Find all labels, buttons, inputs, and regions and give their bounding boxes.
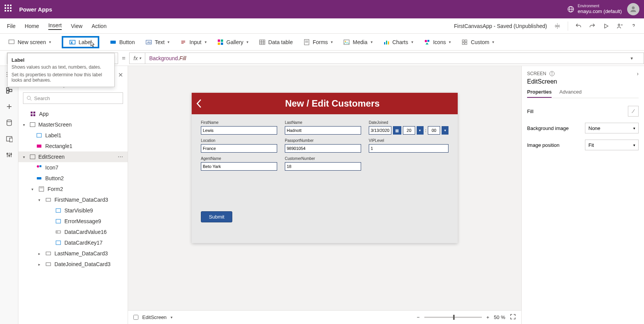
tree-node-datejoined-dc[interactable]: ▸DateJoined_DataCard3 (18, 259, 128, 270)
insert-pane-icon[interactable] (5, 103, 13, 110)
redo-button[interactable] (589, 23, 596, 30)
tree-node-datacardvalue[interactable]: DataCardValue16 (18, 227, 128, 237)
hour-dropdown[interactable]: 20 (403, 126, 415, 135)
tab-properties[interactable]: Properties (527, 89, 552, 98)
back-arrow-icon[interactable] (192, 98, 207, 109)
label-icon (55, 240, 61, 246)
data-icon[interactable] (5, 119, 13, 127)
label-button[interactable]: Label (62, 36, 99, 48)
zoom-in-button[interactable]: + (486, 314, 490, 320)
form-header: New / Edit Customers (192, 93, 458, 114)
custnum-input[interactable] (285, 162, 361, 171)
canvas-inner[interactable]: New / Edit Customers FirstName LastName … (128, 66, 521, 310)
firstname-input[interactable] (201, 126, 277, 135)
menu-view[interactable]: View (71, 23, 82, 29)
icons-button[interactable]: Icons▾ (424, 39, 451, 45)
charts-button[interactable]: Charts▾ (383, 39, 413, 45)
zoom-out-button[interactable]: − (417, 314, 420, 320)
tree-close-icon[interactable]: ✕ (118, 71, 123, 79)
forms-button[interactable]: Forms▾ (304, 39, 333, 45)
firstname-label: FirstName (201, 120, 277, 125)
chevron-down-icon[interactable]: ▾ (23, 155, 27, 159)
share-button[interactable] (616, 23, 623, 30)
chevron-down-icon[interactable]: ▾ (442, 126, 449, 135)
lastname-label: LastName (285, 120, 361, 125)
tree-node-form2[interactable]: ▾Form2 (18, 184, 128, 194)
passport-input[interactable] (285, 144, 361, 153)
more-icon[interactable]: ⋯ (118, 154, 123, 160)
data-table-button[interactable]: Data table (259, 39, 293, 45)
chevron-down-icon[interactable]: ▾ (38, 198, 42, 202)
app-header: Power Apps Environment enayu.com (defaul… (0, 0, 644, 18)
bgimg-dropdown[interactable]: None▾ (585, 123, 639, 133)
formula-input[interactable]: Background.Fill ▾ (145, 53, 644, 64)
menu-home[interactable]: Home (25, 23, 39, 29)
chevron-right-icon[interactable]: ▸ (38, 252, 42, 256)
play-button[interactable] (603, 23, 610, 30)
datacard-icon (45, 261, 51, 267)
calendar-icon[interactable]: ▦ (393, 126, 401, 135)
tree-node-errormessage[interactable]: ErrorMessage9 (18, 216, 128, 227)
agent-input[interactable] (201, 162, 277, 171)
custom-button[interactable]: Custom▾ (462, 39, 494, 45)
minute-dropdown[interactable]: 00 (428, 126, 440, 135)
bgimg-label: Background image (527, 125, 568, 131)
fill-swatch[interactable] (628, 106, 639, 117)
submit-button[interactable]: Submit (201, 211, 232, 222)
tree-node-rectangle1[interactable]: Rectangle1 (18, 141, 128, 151)
advanced-tools-icon[interactable] (5, 151, 13, 159)
menu-action[interactable]: Action (92, 23, 107, 29)
chevron-down-icon[interactable]: ▾ (417, 126, 424, 135)
chevron-down-icon[interactable]: ▾ (23, 123, 27, 127)
zoom-slider[interactable] (424, 317, 482, 318)
svg-point-53 (7, 153, 8, 155)
menu-insert[interactable]: Insert (48, 22, 62, 30)
equals-sign: = (122, 55, 125, 62)
tree-node-firstname-dc[interactable]: ▾FirstName_DataCard3 (18, 194, 128, 205)
tree-node-datacardkey[interactable]: DataCardKey17 (18, 237, 128, 248)
text-button[interactable]: Ab Text▾ (146, 39, 170, 45)
breadcrumb-checkbox[interactable] (133, 315, 138, 320)
waffle-icon[interactable] (5, 5, 14, 14)
label-icon (55, 218, 61, 224)
user-avatar[interactable] (627, 3, 639, 15)
gallery-button[interactable]: Gallery▾ (217, 39, 248, 45)
tree-node-icon7[interactable]: Icon7 (18, 162, 128, 173)
vip-input[interactable] (369, 144, 449, 153)
date-input[interactable]: 3/13/2020 (369, 126, 391, 135)
chevron-down-icon[interactable]: ▾ (31, 187, 35, 191)
menu-file[interactable]: File (7, 23, 16, 29)
tree-node-editscreen[interactable]: ▾EditScreen⋯ (18, 151, 128, 162)
new-screen-button[interactable]: New screen▾ (8, 39, 51, 45)
collapse-icon[interactable]: › (637, 71, 639, 77)
chevron-right-icon[interactable]: ▸ (38, 262, 42, 266)
tree-node-starvisible[interactable]: StarVisible9 (18, 205, 128, 216)
media-pane-icon[interactable] (5, 135, 13, 143)
tree-view-icon[interactable] (5, 87, 13, 94)
location-input[interactable] (201, 144, 277, 153)
info-icon[interactable] (549, 71, 555, 76)
button-button[interactable]: Button (110, 39, 135, 45)
environment-picker[interactable]: Environment enayu.com (default) (567, 4, 622, 15)
help-button[interactable] (630, 23, 637, 30)
tree-node-app[interactable]: App (18, 109, 128, 119)
zoom-value: 50 (494, 314, 499, 320)
imgpos-dropdown[interactable]: Fit▾ (585, 140, 639, 150)
tree-search-input[interactable]: Search (23, 92, 123, 104)
tree-node-lastname-dc[interactable]: ▸LastName_DataCard3 (18, 248, 128, 259)
tree-node-button2[interactable]: Button2 (18, 173, 128, 184)
lastname-input[interactable] (285, 126, 361, 135)
screen-icon (8, 39, 15, 45)
tab-advanced[interactable]: Advanced (559, 89, 582, 98)
tree-node-masterscreen[interactable]: ▾MasterScreen (18, 119, 128, 130)
fit-to-window-icon[interactable] (510, 314, 516, 321)
fx-button[interactable]: fx▾ (129, 53, 145, 64)
svg-rect-76 (46, 263, 51, 266)
undo-button[interactable] (575, 23, 582, 30)
input-button[interactable]: Input▾ (180, 39, 206, 45)
tree-node-label1[interactable]: Label1 (18, 130, 128, 141)
property-dropdown[interactable]: Fill ▾ Label Shows values such as text, … (7, 53, 118, 64)
media-button[interactable]: Media▾ (343, 39, 372, 45)
breadcrumb-label[interactable]: EditScreen (142, 314, 167, 320)
checker-icon[interactable] (554, 23, 561, 30)
